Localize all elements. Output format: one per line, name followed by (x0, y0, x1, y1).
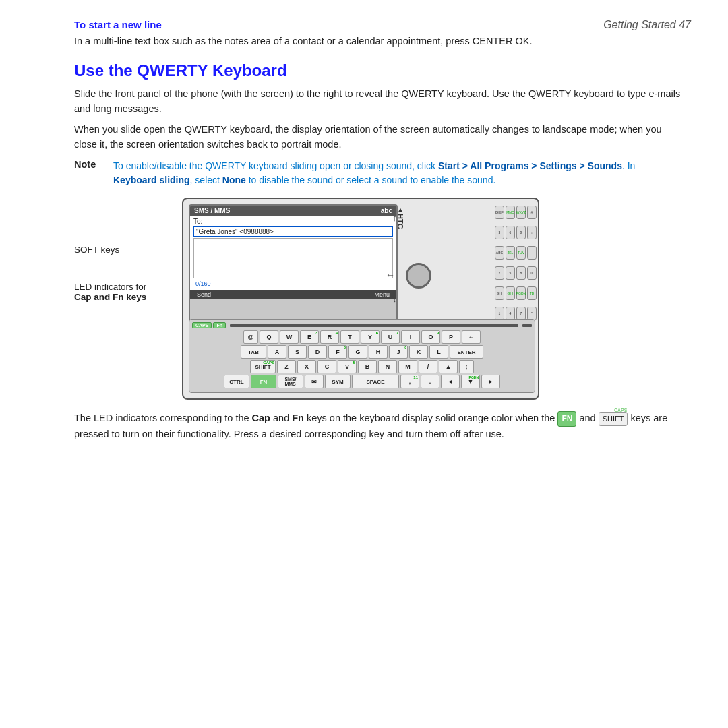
screen-softkeys: Send Menu (190, 290, 396, 299)
side-key-tuv: TUV (516, 246, 526, 260)
kbd-row4: CTRL FN SMS/MMS ✉ SYM SPACE ,11 . ◄ ▼PGD… (192, 375, 532, 388)
side-key-plus: + (527, 226, 537, 239)
side-key-col4: # + - 0 TB * (527, 203, 537, 323)
main-section: Use the QWERTY Keyboard Slide the front … (74, 61, 681, 188)
fn-key-inline: FN (557, 411, 576, 427)
device-diagram: SMS / MMS abc To: "Greta Jones" <0988888… (182, 198, 539, 400)
side-key-8: 8 (516, 266, 526, 280)
side-key-2: 2 (495, 266, 504, 280)
key-enter: ENTER (450, 345, 483, 359)
key-q: Q (260, 330, 278, 344)
key-e: E3 (300, 330, 319, 344)
side-key-del: DEF (495, 206, 504, 219)
nav-circle (406, 263, 431, 289)
key-slash: / (419, 360, 437, 373)
kbd-row2: TAB A S D F0 G H J0 K L ENTER (192, 345, 532, 359)
subheading: To start a new line (74, 19, 681, 30)
screen-title: SMS / MMS (194, 207, 230, 214)
screen-message-area (193, 238, 393, 278)
key-tab: TAB (241, 345, 266, 359)
screen-abc: abc (381, 207, 392, 214)
key-right: ► (481, 375, 500, 388)
side-key-tb: TB (527, 286, 537, 300)
key-s: S (288, 345, 307, 359)
arrow-up: ↑ (392, 212, 397, 223)
side-key-abc2: ABC (495, 246, 504, 260)
side-key-5: 5 (506, 266, 515, 280)
key-p: P (442, 330, 460, 344)
side-key-dash: - (527, 246, 537, 260)
bottom-text3: keys on the keyboard display solid orang… (304, 413, 557, 423)
led-label-row: LED indicators for Cap and Fn keys (74, 282, 182, 302)
indicator-bar (230, 324, 518, 327)
side-key-1: 1 (495, 307, 504, 320)
note-bold3: None (222, 175, 246, 185)
diagram-labels: SOFT keys LED indicators for Cap and Fn … (74, 198, 182, 302)
page-container: Getting Started 47 To start a new line I… (0, 0, 728, 728)
side-key-3: 3 (495, 226, 504, 239)
para2: When you slide open the QWERTY keyboard,… (74, 123, 681, 152)
side-key-0: 0 (527, 266, 537, 280)
subheading-section: To start a new line In a multi-line text… (74, 19, 681, 49)
screen-titlebar: SMS / MMS abc (190, 206, 396, 216)
side-key-9: 9 (516, 226, 526, 239)
screen-menu: Menu (374, 291, 390, 298)
keyboard-section: CAPS Fn @ Q W E3 R4 T Y6 U7 I O9 (189, 319, 535, 393)
side-key-mno: MNO (506, 206, 515, 219)
note-label: Note (74, 159, 107, 188)
key-a: A (268, 345, 286, 359)
screen-counter: 0/160 (193, 280, 393, 288)
key-m: M (398, 360, 417, 373)
key-l: L (429, 345, 448, 359)
soft-keys-line (182, 280, 197, 280)
bottom-text4: and (579, 413, 598, 423)
key-c: C (317, 360, 336, 373)
note-text3: , select (190, 175, 222, 185)
key-z: Z (277, 360, 296, 373)
key-sym: SYM (325, 375, 351, 388)
section1-body: In a multi-line text box such as the not… (74, 34, 681, 49)
shift-key-inline: SHIFTCAPS (599, 412, 628, 426)
arrow-keys: ↑ ↓ (392, 212, 397, 304)
key-t: T (340, 330, 359, 344)
fn-indicator: Fn (213, 322, 226, 328)
bottom-text2: and (270, 413, 292, 423)
side-key-pgdn: PGDN (516, 286, 526, 300)
bottom-bold2: Fn (292, 413, 304, 423)
side-key-jkl: JKL (506, 246, 515, 260)
page-number: Getting Started 47 (603, 19, 691, 31)
key-g: G (348, 345, 367, 359)
kbd-row1: @ Q W E3 R4 T Y6 U7 I O9 P ← (192, 330, 532, 344)
bottom-bold1: Cap (252, 413, 270, 423)
key-o: O9 (421, 330, 440, 344)
key-up: ▲ (439, 360, 458, 373)
para1: Slide the front panel of the phone (with… (74, 87, 681, 117)
screen-content: To: "Greta Jones" <0988888> 0/160 (190, 216, 396, 290)
arrow-left: ← (386, 270, 395, 280)
side-key-6: 6 (506, 226, 515, 239)
key-k: K (409, 345, 428, 359)
note-text4: to disable the sound or select a sound t… (246, 175, 496, 185)
side-key-7: 7 (516, 307, 526, 320)
key-f: F0 (328, 345, 347, 359)
htc-logo: ▲HTC (396, 206, 404, 229)
side-keys: DEF 3 ABC 2 SHI 1 MNO 6 JKL 5 GHI 4 (495, 203, 537, 323)
key-shift: SHIFTCAPS (250, 360, 276, 373)
kbd-indicator-row: CAPS Fn (192, 322, 532, 328)
key-space: SPACE (352, 375, 399, 388)
side-key-4: 4 (506, 307, 515, 320)
side-key-wxyz: WXYZ (516, 206, 526, 219)
key-b: B (358, 360, 377, 373)
key-comma: ,11 (400, 375, 419, 388)
arrow-down: ↓ (392, 293, 397, 304)
key-r: R4 (320, 330, 339, 344)
key-j: J0 (389, 345, 408, 359)
side-key-ghi: GHI (506, 286, 515, 300)
key-v: V5 (338, 360, 357, 373)
screen-to: To: (193, 218, 393, 225)
caps-indicator: CAPS (192, 322, 212, 328)
side-key-sp: SHI (495, 286, 504, 300)
screen-contact: "Greta Jones" <0988888> (193, 226, 393, 237)
key-mail: ✉ (305, 375, 324, 388)
key-sms-mms: SMS/MMS (278, 375, 303, 388)
